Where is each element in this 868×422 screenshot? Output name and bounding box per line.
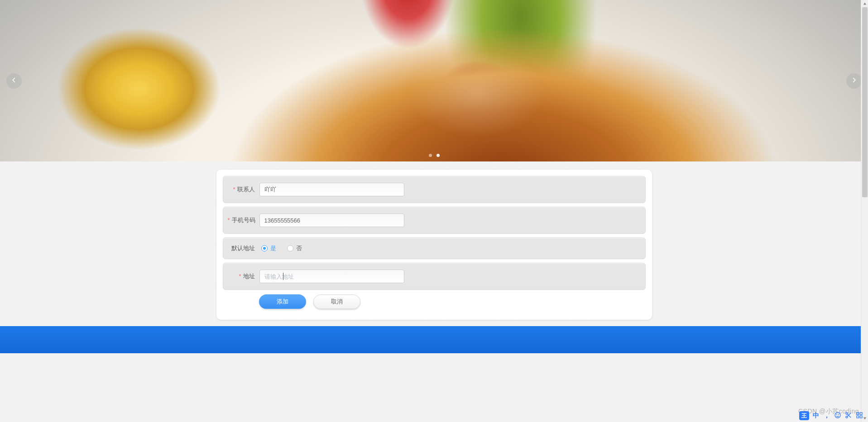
chevron-left-icon — [11, 77, 17, 85]
text-cursor-icon — [283, 273, 283, 280]
radio-dot-icon — [287, 245, 293, 251]
scroll-up-icon[interactable] — [861, 0, 868, 7]
carousel-prev-button[interactable] — [6, 73, 22, 89]
radio-yes-label: 是 — [270, 244, 276, 252]
footer-bar — [0, 326, 868, 353]
ime-lang-toggle[interactable]: 中 — [812, 412, 820, 420]
svg-rect-11 — [857, 416, 859, 418]
row-default-address: 默认地址 是 否 — [223, 237, 646, 259]
chevron-right-icon — [851, 77, 857, 85]
row-address: *地址 — [223, 263, 646, 290]
page-body: *联系人 *手机号码 默认地址 是 否 — [0, 161, 868, 353]
hero-carousel — [0, 0, 868, 161]
ime-grid-button[interactable] — [855, 412, 863, 420]
radio-yes[interactable]: 是 — [261, 244, 276, 252]
svg-rect-9 — [857, 413, 859, 415]
ime-emoji-button[interactable] — [834, 412, 842, 420]
radio-dot-icon — [261, 245, 268, 251]
scroll-thumb[interactable] — [862, 7, 868, 197]
radio-no[interactable]: 否 — [287, 244, 302, 252]
svg-point-4 — [839, 414, 839, 415]
ime-punct-toggle[interactable]: ， — [823, 412, 831, 420]
ime-punct-label: ， — [824, 412, 830, 420]
submit-button[interactable]: 添加 — [259, 294, 306, 309]
label-contact: *联系人 — [228, 185, 259, 194]
ime-toolbar: 王 中 ， — [796, 410, 866, 421]
phone-input[interactable] — [259, 213, 404, 227]
svg-point-6 — [846, 416, 848, 418]
address-input[interactable] — [259, 270, 404, 283]
address-form-card: *联系人 *手机号码 默认地址 是 否 — [216, 170, 652, 320]
radio-no-label: 否 — [296, 244, 302, 252]
row-contact: *联系人 — [223, 176, 646, 203]
submit-button-label: 添加 — [277, 298, 288, 306]
svg-point-2 — [835, 413, 840, 418]
carousel-dot-1[interactable] — [436, 154, 440, 157]
svg-marker-0 — [863, 3, 866, 5]
svg-rect-12 — [860, 416, 862, 418]
required-mark: * — [233, 186, 235, 193]
carousel-dot-0[interactable] — [429, 154, 432, 157]
vertical-scrollbar[interactable] — [861, 0, 868, 422]
label-address: *地址 — [228, 272, 259, 280]
ime-lang-label: 中 — [813, 412, 819, 420]
label-default-address: 默认地址 — [228, 244, 259, 252]
ime-scissors-button[interactable] — [844, 412, 853, 420]
label-phone: *手机号码 — [228, 216, 259, 224]
default-address-radio-group: 是 否 — [259, 244, 302, 252]
carousel-dots — [429, 154, 440, 157]
required-mark: * — [239, 273, 241, 280]
required-mark: * — [228, 217, 230, 223]
grid-icon — [856, 412, 863, 420]
svg-point-5 — [846, 413, 848, 414]
contact-input[interactable] — [259, 183, 404, 196]
smile-icon — [834, 412, 841, 420]
form-actions: 添加 取消 — [223, 294, 646, 309]
svg-rect-10 — [860, 413, 862, 415]
scissors-icon — [845, 412, 852, 420]
svg-point-3 — [837, 414, 837, 415]
carousel-next-button[interactable] — [846, 73, 862, 89]
cancel-button[interactable]: 取消 — [313, 294, 360, 309]
row-phone: *手机号码 — [223, 207, 646, 234]
ime-badge-label: 王 — [801, 412, 807, 420]
ime-badge[interactable]: 王 — [799, 411, 809, 420]
cancel-button-label: 取消 — [331, 298, 343, 306]
